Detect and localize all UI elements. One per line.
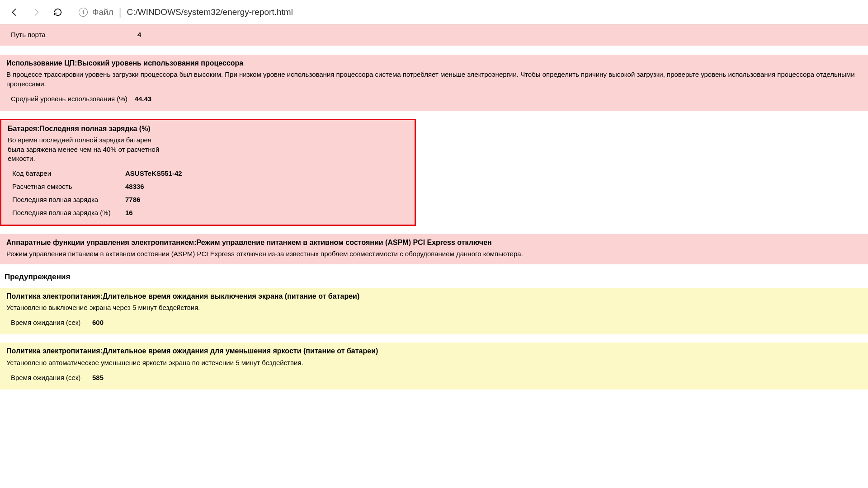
forward-button[interactable] (27, 3, 45, 21)
row-key: Время ожидания (сек) (11, 316, 92, 329)
report-content: Путь порта 4 Использование ЦП:Высокий ур… (0, 24, 868, 389)
table-row: Время ожидания (сек) 600 (11, 316, 111, 329)
port-table: Путь порта 4 (11, 28, 148, 41)
address-bar[interactable]: i Файл | C:/WINDOWS/system32/energy-repo… (79, 6, 863, 18)
table-row: Расчетная емкость 48336 (12, 180, 189, 193)
table-row: Последняя полная зарядка 7786 (12, 193, 189, 206)
row-key: Средний уровень использования (%) (11, 92, 135, 105)
row-value: 600 (92, 316, 111, 329)
section-description: Установлено автоматическое уменьшение яр… (6, 358, 863, 367)
section-warning-dim-timeout: Политика электропитания:Длительное время… (0, 343, 868, 389)
address-path: C:/WINDOWS/system32/energy-report.html (127, 7, 292, 17)
browser-toolbar: i Файл | C:/WINDOWS/system32/energy-repo… (0, 0, 868, 24)
row-value: ASUSTeKS551-42 (125, 167, 189, 180)
address-file-label: Файл (92, 7, 113, 17)
section-description: В процессе трассировки уровень загрузки … (6, 70, 863, 89)
section-description: Установлено выключение экрана через 5 ми… (6, 303, 863, 312)
table-row: Последняя полная зарядка (%) 16 (12, 206, 189, 219)
section-description: Во время последней полной зарядки батаре… (8, 136, 161, 163)
row-value: 4 (137, 28, 148, 41)
section-cpu-usage: Использование ЦП:Высокий уровень использ… (0, 55, 868, 111)
row-value: 44.43 (135, 92, 159, 105)
table-row: Путь порта 4 (11, 28, 148, 41)
section-description: Режим управления питанием в активном сос… (6, 249, 863, 258)
back-button[interactable] (5, 3, 24, 21)
warn2-table: Время ожидания (сек) 585 (11, 371, 111, 384)
row-value: 7786 (125, 193, 189, 206)
row-key: Код батареи (12, 167, 125, 180)
row-key: Путь порта (11, 28, 137, 41)
table-row: Код батареи ASUSTeKS551-42 (12, 167, 189, 180)
table-row: Средний уровень использования (%) 44.43 (11, 92, 159, 105)
warnings-heading: Предупреждения (5, 272, 868, 282)
section-title: Политика электропитания:Длительное время… (6, 346, 863, 356)
table-row: Время ожидания (сек) 585 (11, 371, 111, 384)
row-value: 585 (92, 371, 111, 384)
address-separator: | (119, 6, 122, 18)
info-icon: i (79, 8, 88, 17)
row-key: Время ожидания (сек) (11, 371, 92, 384)
section-warning-display-timeout: Политика электропитания:Длительное время… (0, 288, 868, 335)
section-port-path: Путь порта 4 (0, 24, 868, 46)
battery-table: Код батареи ASUSTeKS551-42 Расчетная емк… (12, 167, 189, 219)
row-key: Последняя полная зарядка (%) (12, 206, 125, 219)
warn1-table: Время ожидания (сек) 600 (11, 316, 111, 329)
row-value: 16 (125, 206, 189, 219)
cpu-table: Средний уровень использования (%) 44.43 (11, 92, 159, 105)
row-value: 48336 (125, 180, 189, 193)
section-title: Батарея:Последняя полная зарядка (%) (8, 124, 161, 134)
row-key: Последняя полная зарядка (12, 193, 125, 206)
section-title: Аппаратные функции управления электропит… (6, 238, 863, 248)
reload-button[interactable] (49, 3, 67, 21)
section-aspm: Аппаратные функции управления электропит… (0, 234, 868, 264)
row-key: Расчетная емкость (12, 180, 125, 193)
section-title: Политика электропитания:Длительное время… (6, 291, 863, 301)
section-battery: Батарея:Последняя полная зарядка (%) Во … (0, 119, 416, 226)
section-title: Использование ЦП:Высокий уровень использ… (6, 58, 863, 68)
